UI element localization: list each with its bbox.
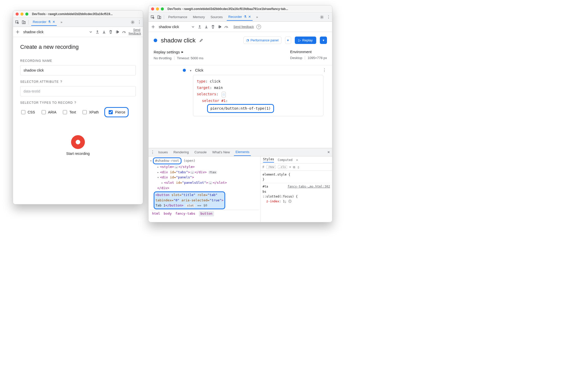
close-traffic-light[interactable]: [16, 13, 19, 16]
chevron-down-icon[interactable]: [191, 25, 195, 29]
zoom-traffic-light[interactable]: [161, 7, 164, 10]
checkbox-text[interactable]: Text: [62, 109, 76, 115]
svg-point-7: [321, 16, 323, 18]
checkbox-xpath[interactable]: XPath: [82, 109, 99, 115]
styles-rules[interactable]: element.style { } #tafancy-tabs-…mo.html…: [261, 171, 332, 205]
recorder-toolbar: shadow click Send feedback: [13, 27, 143, 37]
close-drawer-icon[interactable]: ✕: [327, 150, 330, 154]
more-tabs-icon[interactable]: »: [255, 15, 259, 19]
delete-icon[interactable]: [211, 25, 215, 29]
sidebar-toggle-icon[interactable]: ▯: [297, 165, 299, 169]
devtools-window-right: DevTools - rawgit.com/ebidel/2d2bb0cdec3…: [148, 5, 332, 222]
help-icon[interactable]: ?: [256, 25, 261, 29]
pick-element-icon[interactable]: ⬚: [222, 92, 226, 97]
checkbox-pierce[interactable]: Pierce: [108, 109, 125, 115]
close-tab-icon[interactable]: ✕: [52, 20, 55, 24]
tab-elements[interactable]: Elements: [234, 148, 251, 156]
replay-settings-toggle[interactable]: Replay settings ▸: [154, 50, 280, 54]
dom-tree[interactable]: #shadow-root (open) <style>…</style> <di…: [149, 156, 261, 222]
speed-icon[interactable]: [122, 30, 126, 34]
tab-styles[interactable]: Styles: [263, 157, 274, 163]
add-recording-icon[interactable]: [151, 25, 155, 29]
export-icon[interactable]: [198, 25, 202, 29]
import-icon[interactable]: [102, 30, 106, 34]
start-recording-button[interactable]: [71, 135, 85, 149]
step-play-icon[interactable]: [218, 25, 222, 29]
step-details: type: click target: main selectors: ⬚ se…: [193, 75, 323, 116]
play-icon: ▷: [298, 38, 301, 42]
cls-toggle[interactable]: .cls: [278, 165, 287, 169]
breadcrumbs[interactable]: html body fancy-tabs button: [150, 210, 259, 217]
main-tabstrip: Performance Memory Sources Recorder ⚗ ✕ …: [149, 13, 332, 22]
drawer-menu-icon[interactable]: ⋮: [151, 150, 154, 154]
replay-menu[interactable]: ▾: [320, 37, 327, 44]
step-status-dot-icon: [183, 69, 186, 72]
checkbox-aria[interactable]: ARIA: [41, 109, 56, 115]
kebab-menu-icon[interactable]: ⋮: [137, 20, 141, 24]
step-header[interactable]: Click ⋮: [183, 68, 326, 72]
recording-select[interactable]: shadow click: [158, 25, 188, 29]
minimize-traffic-light[interactable]: [156, 7, 159, 10]
performance-panel-menu[interactable]: ▾: [285, 37, 291, 44]
edit-icon[interactable]: [199, 38, 203, 42]
close-traffic-light[interactable]: [151, 7, 154, 10]
gauge-icon: ◔: [246, 38, 249, 42]
delete-icon[interactable]: [109, 30, 113, 34]
selector-attribute-input[interactable]: [20, 86, 136, 96]
help-icon[interactable]: ?: [74, 101, 76, 105]
tab-whatsnew[interactable]: What's New: [211, 149, 231, 156]
tab-computed[interactable]: Computed: [278, 158, 292, 162]
send-feedback-link[interactable]: Send feedback: [129, 28, 140, 35]
checkbox-css[interactable]: CSS: [20, 109, 35, 115]
recording-name-input[interactable]: [20, 65, 136, 75]
new-rule-icon[interactable]: +: [289, 165, 291, 169]
window-title: DevTools - rawgit.com/ebidel/2d2bb0cdec3…: [167, 7, 288, 11]
tab-recorder[interactable]: Recorder ⚗ ✕: [31, 18, 57, 26]
tab-performance[interactable]: Performance: [167, 14, 189, 20]
recording-title: shadow click: [161, 37, 196, 44]
info-icon[interactable]: ⓘ: [288, 200, 291, 203]
highlight-pierce: Pierce: [104, 107, 129, 117]
device-icon[interactable]: [22, 20, 26, 24]
start-recording-label: Start recording: [20, 152, 136, 156]
filter-input[interactable]: F: [263, 165, 264, 169]
inspect-icon[interactable]: [151, 15, 155, 19]
label-selector-attribute: SELECTOR ATTRIBUTE ?: [20, 80, 136, 84]
inspect-icon[interactable]: [15, 20, 19, 24]
more-tabs-icon[interactable]: »: [296, 158, 298, 162]
export-icon[interactable]: [95, 30, 99, 34]
kebab-menu-icon[interactable]: ⋮: [326, 15, 330, 19]
minimize-traffic-light[interactable]: [20, 13, 24, 16]
main-tabstrip: Recorder ⚗ ✕ » ⋮: [13, 18, 143, 27]
close-tab-icon[interactable]: ✕: [248, 15, 251, 19]
replay-button[interactable]: ▷ Replay: [295, 37, 316, 44]
step-menu-icon[interactable]: ⋮: [322, 68, 326, 72]
tab-console[interactable]: Console: [193, 149, 208, 156]
step-play-icon[interactable]: [115, 30, 119, 34]
svg-rect-2: [24, 21, 25, 24]
settings-gear-icon[interactable]: [131, 20, 135, 24]
expand-icon[interactable]: [190, 68, 193, 72]
computed-styles-icon[interactable]: ⧉: [293, 165, 295, 169]
device-icon[interactable]: [157, 15, 161, 19]
tab-rendering[interactable]: Rendering: [172, 149, 190, 156]
tab-recorder[interactable]: Recorder ⚗ ✕: [227, 13, 252, 21]
tab-sources[interactable]: Sources: [209, 14, 224, 20]
hov-toggle[interactable]: :hov: [266, 165, 276, 169]
viewport-value: 1095×778 px: [308, 56, 327, 60]
send-feedback-link[interactable]: Send feedback: [233, 25, 254, 29]
recording-select[interactable]: shadow click: [22, 30, 86, 34]
help-icon[interactable]: ?: [60, 80, 62, 84]
tab-issues[interactable]: Issues: [157, 149, 169, 156]
flex-badge[interactable]: flex: [208, 171, 217, 174]
add-recording-icon[interactable]: [16, 30, 20, 34]
chevron-down-icon[interactable]: [89, 30, 93, 34]
performance-panel-button[interactable]: ◔ Performance panel: [243, 37, 281, 44]
settings-gear-icon[interactable]: [320, 15, 324, 19]
more-tabs-icon[interactable]: »: [59, 20, 63, 24]
zoom-traffic-light[interactable]: [25, 13, 28, 16]
speed-icon[interactable]: [224, 25, 228, 29]
import-icon[interactable]: [204, 25, 208, 29]
tab-memory[interactable]: Memory: [191, 14, 206, 20]
slot-badge[interactable]: slot: [185, 204, 195, 207]
